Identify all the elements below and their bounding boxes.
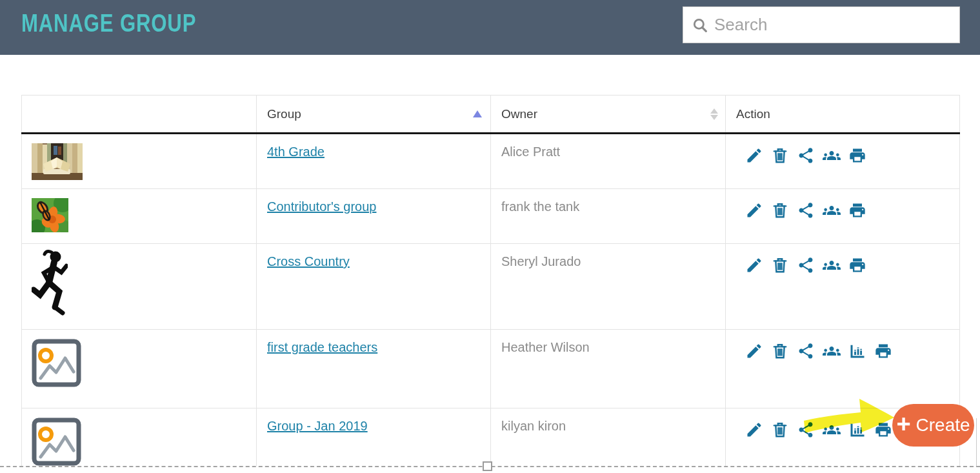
page-title: MANAGE GROUP xyxy=(21,10,196,37)
action-buttons xyxy=(745,201,959,219)
members-button[interactable] xyxy=(823,256,841,274)
bar-chart-icon xyxy=(848,421,866,439)
pencil-icon xyxy=(745,201,763,219)
group-link[interactable]: Cross Country xyxy=(267,254,350,268)
delete-button[interactable] xyxy=(771,256,789,274)
owner-text: kilyan kiron xyxy=(491,408,726,467)
manage-group-page: MANAGE GROUP Group Owner xyxy=(0,0,980,466)
pencil-icon xyxy=(745,256,763,274)
share-button[interactable] xyxy=(797,342,815,360)
share-icon xyxy=(797,256,815,274)
stats-button[interactable] xyxy=(848,342,866,360)
table-row: Cross Country Sheryl Jurado xyxy=(22,244,960,330)
group-thumbnail-cell xyxy=(22,189,257,244)
search-icon xyxy=(692,17,708,34)
users-icon xyxy=(823,146,841,165)
pencil-icon xyxy=(745,421,763,439)
printer-icon xyxy=(848,256,866,274)
column-header-group-label: Group xyxy=(267,107,301,121)
users-icon xyxy=(823,421,841,439)
trash-icon xyxy=(771,201,789,219)
table-header-row: Group Owner Action xyxy=(22,96,960,134)
group-thumbnail-cell xyxy=(22,244,257,330)
edit-button[interactable] xyxy=(745,256,763,274)
header-bar: MANAGE GROUP xyxy=(0,0,980,55)
group-link[interactable]: Contributor's group xyxy=(267,199,376,214)
group-link[interactable]: Group - Jan 2019 xyxy=(267,419,368,433)
create-button-label: Create xyxy=(916,415,970,436)
edit-button[interactable] xyxy=(745,342,763,360)
share-button[interactable] xyxy=(797,201,815,219)
print-button[interactable] xyxy=(848,146,866,165)
share-button[interactable] xyxy=(797,421,815,439)
bar-chart-icon xyxy=(848,342,866,360)
plus-icon: + xyxy=(896,412,910,436)
members-button[interactable] xyxy=(823,146,841,165)
trash-icon xyxy=(771,421,789,439)
delete-button[interactable] xyxy=(771,146,789,165)
column-header-owner-label: Owner xyxy=(501,107,537,121)
members-button[interactable] xyxy=(823,421,841,439)
printer-icon xyxy=(848,146,866,165)
search-box xyxy=(683,6,960,43)
search-input[interactable] xyxy=(714,15,940,35)
resize-handle[interactable] xyxy=(483,461,492,471)
printer-icon xyxy=(874,342,892,360)
column-header-owner[interactable]: Owner xyxy=(491,96,726,134)
trash-icon xyxy=(771,342,789,360)
open-books-photo xyxy=(32,143,83,180)
delete-button[interactable] xyxy=(771,421,789,439)
print-button[interactable] xyxy=(874,421,892,439)
share-button[interactable] xyxy=(797,256,815,274)
share-icon xyxy=(797,146,815,165)
members-button[interactable] xyxy=(823,201,841,219)
edit-button[interactable] xyxy=(745,201,763,219)
users-icon xyxy=(823,256,841,274)
print-button[interactable] xyxy=(848,201,866,219)
share-icon xyxy=(797,201,815,219)
butterfly-flower-photo xyxy=(32,198,68,232)
group-link[interactable]: 4th Grade xyxy=(267,145,325,159)
image-placeholder-icon xyxy=(32,418,81,466)
users-icon xyxy=(823,201,841,219)
column-header-image xyxy=(22,96,257,134)
owner-text: Alice Pratt xyxy=(491,134,726,189)
sort-unsorted-icon xyxy=(710,108,718,120)
runner-silhouette xyxy=(32,249,68,323)
create-button[interactable]: + Create xyxy=(892,404,974,447)
action-buttons xyxy=(745,256,959,274)
users-icon xyxy=(823,342,841,360)
print-button[interactable] xyxy=(848,256,866,274)
trash-icon xyxy=(771,256,789,274)
printer-icon xyxy=(874,421,892,439)
table-row: Group - Jan 2019 kilyan kiron xyxy=(22,408,960,467)
group-thumbnail-cell xyxy=(22,134,257,189)
group-thumbnail-cell xyxy=(22,408,257,467)
table-row: Contributor's group frank the tank xyxy=(22,189,960,244)
owner-text: frank the tank xyxy=(491,189,726,244)
owner-text: Heather Wilson xyxy=(491,330,726,408)
table-row: 4th Grade Alice Pratt xyxy=(22,134,960,189)
delete-button[interactable] xyxy=(771,201,789,219)
trash-icon xyxy=(771,146,789,165)
table-row: first grade teachers Heather Wilson xyxy=(22,330,960,408)
stats-button[interactable] xyxy=(848,421,866,439)
column-header-action: Action xyxy=(726,96,960,134)
share-button[interactable] xyxy=(797,146,815,165)
print-button[interactable] xyxy=(874,342,892,360)
share-icon xyxy=(797,421,815,439)
members-button[interactable] xyxy=(823,342,841,360)
edit-button[interactable] xyxy=(745,421,763,439)
column-header-group[interactable]: Group xyxy=(257,96,491,134)
column-header-action-label: Action xyxy=(736,107,770,121)
delete-button[interactable] xyxy=(771,342,789,360)
sort-ascending-icon xyxy=(473,110,482,117)
pencil-icon xyxy=(745,146,763,165)
edit-button[interactable] xyxy=(745,146,763,165)
image-placeholder-icon xyxy=(32,339,81,387)
groups-table: Group Owner Action xyxy=(21,95,960,466)
action-buttons xyxy=(745,342,959,360)
share-icon xyxy=(797,342,815,360)
group-link[interactable]: first grade teachers xyxy=(267,340,377,354)
action-buttons xyxy=(745,146,959,165)
